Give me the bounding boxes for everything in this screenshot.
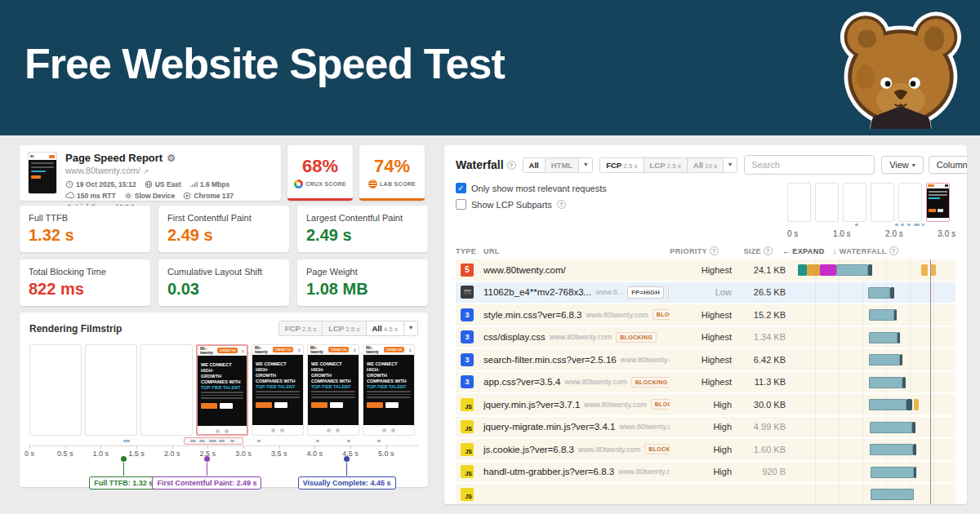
columns-button[interactable]: Columns▾ bbox=[929, 156, 967, 174]
filmstrip-frame-5[interactable]: 80●twentyCONTACT US≡WE CONNECT HIGH-GROW… bbox=[252, 344, 304, 436]
metric-value: 1.08 MB bbox=[306, 280, 419, 299]
filter-option-all[interactable]: All bbox=[523, 158, 546, 172]
url-text: jquery.min.js?ver=3.7.1 bbox=[483, 400, 580, 410]
table-row[interactable]: JShandl-utm-grabber.js?ver=6.8.3www.80tw… bbox=[456, 462, 956, 485]
thumb-button-secondary bbox=[330, 402, 343, 408]
request-bar-segment bbox=[820, 264, 836, 276]
filmstrip-frame-4[interactable]: 80●twentyCONTACT US≡WE CONNECT HIGH-GROW… bbox=[196, 344, 248, 436]
mini-frame-5[interactable] bbox=[898, 183, 922, 222]
col-waterfall[interactable]: ↓ WATERFALL? bbox=[833, 246, 956, 255]
request-url[interactable]: js.cookie.js?ver=6.8.3www.80twenty.comBL… bbox=[483, 444, 670, 454]
filter-option-lcp[interactable]: LCP2.5 s bbox=[323, 321, 366, 335]
request-bar-segment bbox=[914, 399, 919, 410]
url-text: handl-utm-grabber.js?ver=6.8.3 bbox=[483, 467, 614, 476]
help-icon[interactable]: ? bbox=[507, 161, 516, 170]
help-icon[interactable]: ? bbox=[557, 200, 566, 209]
request-bar-segment bbox=[869, 354, 900, 366]
request-url[interactable]: jquery.min.js?ver=3.7.1www.80twenty.comB… bbox=[483, 399, 670, 410]
expand-control[interactable]: ← EXPAND bbox=[773, 247, 833, 255]
request-url[interactable]: style.min.css?ver=6.8.3www.80twenty.comB… bbox=[483, 309, 670, 320]
filmstrip-title: Rendering Filmstrip bbox=[29, 323, 122, 335]
thumb-header: 80●twentyCONTACT US≡ bbox=[252, 345, 303, 355]
table-row[interactable]: JSjs.cookie.js?ver=6.8.3www.80twenty.com… bbox=[456, 439, 956, 462]
request-url[interactable]: handl-utm-grabber.js?ver=6.8.3www.80twen… bbox=[483, 467, 670, 477]
checkbox-unchecked[interactable] bbox=[456, 199, 466, 210]
table-row[interactable]: 3search-filter.min.css?ver=2.5.16www.80t… bbox=[456, 349, 956, 372]
table-row[interactable]: JSjquery.min.js?ver=3.7.1www.80twenty.co… bbox=[456, 394, 956, 417]
url-host: www.80twenty.com bbox=[586, 311, 648, 319]
timeline-marker: Full TTFB: 1.32 s bbox=[89, 476, 158, 490]
report-meta-item: Slow Device bbox=[124, 192, 176, 200]
mini-frame-3[interactable] bbox=[843, 183, 866, 222]
table-row[interactable]: 5www.80twenty.com/Highest24.1 KB bbox=[456, 259, 956, 282]
signal-icon bbox=[189, 180, 198, 188]
table-row[interactable]: 3app.css?ver=3.5.4www.80twenty.comBLOCKI… bbox=[456, 372, 956, 395]
request-url[interactable]: search-filter.min.css?ver=2.5.16www.80tw… bbox=[483, 354, 670, 365]
filter-option-fcp[interactable]: FCP2.5 s bbox=[600, 158, 644, 172]
filmstrip-frame-1[interactable] bbox=[29, 344, 82, 436]
filter-option-all[interactable]: All10 s bbox=[688, 158, 724, 172]
page-title: Free Website Speed Test bbox=[24, 39, 505, 88]
metric-card: Page Weight1.08 MB bbox=[297, 259, 428, 306]
view-button[interactable]: View▾ bbox=[881, 156, 924, 174]
mini-frame-1[interactable] bbox=[787, 183, 811, 222]
request-priority: High bbox=[670, 445, 732, 454]
filter-option-all[interactable]: All4.5 s bbox=[367, 321, 404, 335]
search-input[interactable] bbox=[744, 155, 875, 175]
filter-option-fcp[interactable]: FCP2.5 s bbox=[279, 321, 323, 335]
metric-card: Cumulative Layout Shift0.03 bbox=[158, 259, 289, 306]
request-size: 920 B bbox=[732, 467, 786, 476]
mini-filmstrip-axis: 0 s1.0 s2.0 s3.0 s bbox=[787, 229, 956, 238]
filter-option-lcp[interactable]: LCP2.5 s bbox=[644, 158, 688, 172]
request-bar-segment bbox=[869, 399, 906, 410]
checkbox-checked[interactable]: ✓ bbox=[456, 183, 466, 193]
request-url[interactable]: app.css?ver=3.5.4www.80twenty.comBLOCKIN… bbox=[483, 377, 670, 388]
gear-icon[interactable]: ⚙ bbox=[167, 153, 176, 164]
filmstrip-frame-3[interactable] bbox=[140, 344, 193, 436]
menu-icon: ≡ bbox=[409, 348, 412, 352]
badge-blocking: BLOCKING bbox=[644, 444, 670, 454]
clock-icon bbox=[65, 180, 74, 188]
table-row[interactable]: 3style.min.css?ver=6.8.3www.80twenty.com… bbox=[456, 304, 956, 327]
thumb-headline: WE CONNECT HIGH-GROWTHCOMPANIES WITHTOP-… bbox=[311, 361, 355, 389]
request-url[interactable]: 11062b_e4**mv2-768x3...www.8...FP=HIGHPR… bbox=[483, 286, 670, 299]
chevron-down-icon[interactable]: ▾ bbox=[404, 321, 417, 335]
menu-icon: ≡ bbox=[242, 348, 244, 353]
report-column: 80 Page Speed Report ⚙ www.80twenty.com/… bbox=[20, 145, 428, 487]
mini-frame-4[interactable] bbox=[871, 183, 894, 222]
lcp-subparts-checkbox-row[interactable]: Show LCP Subparts ? bbox=[456, 199, 607, 210]
request-bar-segment bbox=[869, 377, 902, 388]
chevron-down-icon[interactable]: ▾ bbox=[724, 158, 737, 172]
table-row[interactable]: 11062b_e4**mv2-768x3...www.8...FP=HIGHPR… bbox=[456, 282, 956, 305]
marker-label: Full TTFB: 1.32 s bbox=[89, 476, 158, 490]
filmstrip-frame-6[interactable]: 80●twentyCONTACT US≡WE CONNECT HIGH-GROW… bbox=[307, 344, 359, 436]
mini-frame-6[interactable] bbox=[926, 183, 950, 222]
js-file-icon: JS bbox=[461, 488, 474, 501]
filmstrip-time-axis: 0 s0.5 s1.0 s1.5 s2.0 s2.5 s3.0 s3.5 s4.… bbox=[29, 445, 418, 457]
metric-value: 822 ms bbox=[29, 280, 141, 299]
filmstrip-frame-2[interactable] bbox=[85, 344, 137, 436]
mini-axis-label: 3.0 s bbox=[938, 229, 956, 238]
request-bar-segment bbox=[871, 467, 914, 478]
request-url[interactable]: jquery-migrate.min.js?ver=3.4.1www.80twe… bbox=[483, 422, 670, 432]
request-url[interactable]: www.80twenty.com/ bbox=[483, 265, 670, 275]
html-file-icon: 5 bbox=[461, 264, 474, 277]
help-icon[interactable]: ? bbox=[710, 246, 719, 255]
mini-request-mark bbox=[855, 224, 858, 226]
url-text: js.cookie.js?ver=6.8.3 bbox=[483, 445, 574, 454]
thumb-button-primary bbox=[311, 402, 327, 408]
help-icon[interactable]: ? bbox=[764, 246, 773, 255]
request-bar-segment bbox=[898, 332, 900, 343]
filter-option-html[interactable]: HTML bbox=[546, 158, 579, 172]
table-row[interactable]: 3css/display.csswww.80twenty.comBLOCKING… bbox=[456, 327, 956, 350]
menu-icon: ≡ bbox=[354, 348, 356, 352]
relevant-requests-checkbox-row[interactable]: ✓ Only show most relevant requests bbox=[456, 183, 607, 193]
table-row[interactable]: JS bbox=[456, 484, 956, 504]
filmstrip-frame-7[interactable]: 80●twentyCONTACT US≡WE CONNECT HIGH-GROW… bbox=[363, 344, 415, 436]
table-row[interactable]: JSjquery-migrate.min.js?ver=3.4.1www.80t… bbox=[456, 417, 956, 440]
chevron-down-icon[interactable]: ▾ bbox=[579, 158, 592, 172]
report-url[interactable]: www.80twenty.com/ ↗ bbox=[65, 166, 273, 175]
request-url[interactable]: css/display.csswww.80twenty.comBLOCKING bbox=[483, 332, 670, 343]
chrome-icon bbox=[183, 192, 191, 200]
mini-frame-2[interactable] bbox=[815, 183, 839, 222]
